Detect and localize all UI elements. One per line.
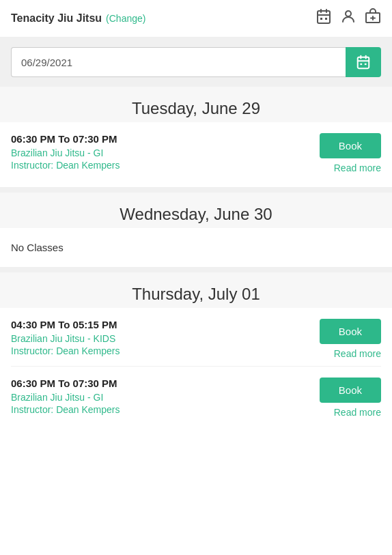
class-name-2-0: Brazilian Jiu Jitsu - KIDS <box>11 333 306 344</box>
day-section-0: Tuesday, June 29 <box>0 87 392 122</box>
class-info-2-1: 06:30 PM To 07:30 PM Brazilian Jiu Jitsu… <box>11 378 306 415</box>
class-item-2-0: 04:30 PM To 05:15 PM Brazilian Jiu Jitsu… <box>11 308 381 367</box>
day-title-2: Thursday, July 01 <box>0 285 392 304</box>
class-instructor-0-0: Instructor: Dean Kempers <box>11 160 306 171</box>
class-instructor-2-0: Instructor: Dean Kempers <box>11 345 306 356</box>
instructor-name-0-0: Dean Kempers <box>56 160 120 171</box>
class-info-2-0: 04:30 PM To 05:15 PM Brazilian Jiu Jitsu… <box>11 319 306 356</box>
class-time-2-1: 06:30 PM To 07:30 PM <box>11 378 306 389</box>
section-divider-2 <box>0 267 392 272</box>
class-name-suffix-0-0: - GI <box>85 147 103 158</box>
class-name-2-1: Brazilian Jiu Jitsu - GI <box>11 392 306 403</box>
instructor-prefix-0-0: Instructor: <box>11 160 56 171</box>
class-info-0-0: 06:30 PM To 07:30 PM Brazilian Jiu Jitsu… <box>11 133 306 171</box>
classes-area-0: 06:30 PM To 07:30 PM Brazilian Jiu Jitsu… <box>0 122 392 187</box>
read-more-link-2-0[interactable]: Read more <box>334 348 381 359</box>
store-icon[interactable] <box>365 8 381 29</box>
instructor-prefix-2-1: Instructor: <box>11 404 56 415</box>
book-button-0-0[interactable]: Book <box>320 133 381 158</box>
class-actions-2-0: Book Read more <box>306 319 381 359</box>
day-title-0: Tuesday, June 29 <box>0 99 392 118</box>
calendar-icon[interactable] <box>316 8 332 29</box>
calendar-picker-button[interactable] <box>346 47 381 77</box>
classes-area-2: 04:30 PM To 05:15 PM Brazilian Jiu Jitsu… <box>0 308 392 431</box>
date-input[interactable] <box>11 47 346 77</box>
class-item-2-1: 06:30 PM To 07:30 PM Brazilian Jiu Jitsu… <box>11 367 381 425</box>
user-icon[interactable] <box>340 8 356 29</box>
svg-rect-4 <box>320 18 322 20</box>
header-left: Tenacity Jiu Jitsu (Change) <box>11 12 145 25</box>
svg-point-6 <box>346 11 351 16</box>
change-link[interactable]: (Change) <box>106 13 145 24</box>
svg-rect-10 <box>358 57 369 69</box>
day-title-1: Wednesday, June 30 <box>0 205 392 224</box>
class-actions-0-0: Book Read more <box>306 133 381 173</box>
class-actions-2-1: Book Read more <box>306 378 381 418</box>
class-name-prefix-2-0: Brazilian Jiu Jitsu <box>11 333 85 344</box>
class-instructor-2-1: Instructor: Dean Kempers <box>11 404 306 415</box>
header-icons <box>316 8 381 29</box>
read-more-link-0-0[interactable]: Read more <box>334 162 381 173</box>
instructor-name-2-1: Dean Kempers <box>56 404 120 415</box>
class-name-suffix-2-0: - KIDS <box>85 333 115 344</box>
day-section-2: Thursday, July 01 <box>0 272 392 308</box>
instructor-name-2-0: Dean Kempers <box>56 345 120 356</box>
no-classes-label-1: No Classes <box>11 242 64 253</box>
section-divider-1 <box>0 187 392 193</box>
class-name-suffix-2-1: - GI <box>85 392 103 403</box>
svg-rect-0 <box>318 11 330 23</box>
class-name-0-0: Brazilian Jiu Jitsu - GI <box>11 147 306 158</box>
class-time-2-0: 04:30 PM To 05:15 PM <box>11 319 306 330</box>
book-button-2-1[interactable]: Book <box>320 378 381 403</box>
calendar-picker-icon <box>356 55 371 70</box>
class-name-prefix-2-1: Brazilian Jiu Jitsu <box>11 392 85 403</box>
svg-rect-15 <box>365 63 367 65</box>
header: Tenacity Jiu Jitsu (Change) <box>0 0 392 38</box>
class-name-prefix-0-0: Brazilian Jiu Jitsu <box>11 147 85 158</box>
app-title: Tenacity Jiu Jitsu <box>11 12 102 25</box>
datepicker-bar <box>0 38 392 87</box>
book-button-2-0[interactable]: Book <box>320 319 381 344</box>
svg-rect-14 <box>360 63 362 65</box>
svg-rect-5 <box>325 18 327 20</box>
read-more-link-2-1[interactable]: Read more <box>334 407 381 418</box>
class-item-0-0: 06:30 PM To 07:30 PM Brazilian Jiu Jitsu… <box>11 122 381 180</box>
day-section-1: Wednesday, June 30 <box>0 193 392 228</box>
no-classes-1: No Classes <box>0 228 392 267</box>
class-time-0-0: 06:30 PM To 07:30 PM <box>11 133 306 145</box>
instructor-prefix-2-0: Instructor: <box>11 345 56 356</box>
